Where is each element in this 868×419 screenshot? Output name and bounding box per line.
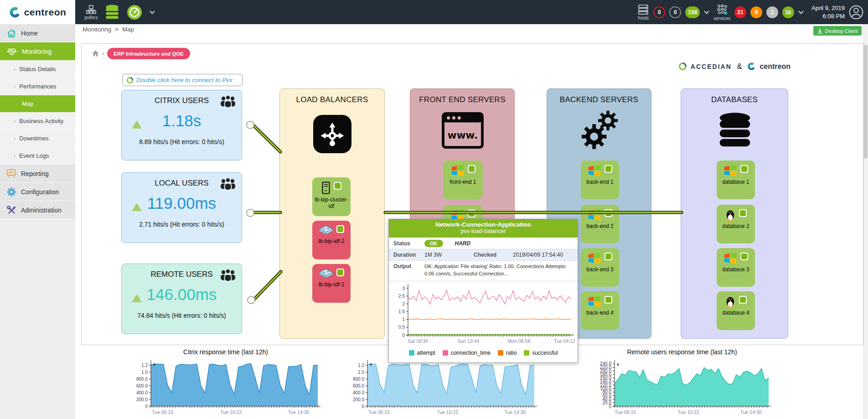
svg-text:240.0: 240.0: [600, 361, 611, 366]
tooltip-metrics-chart: 00.511.522.53Sat 18:30Sun 13:44Mon 08:58…: [393, 281, 575, 349]
services-critical-badge[interactable]: 21: [734, 6, 746, 18]
user-avatar-icon[interactable]: [849, 5, 863, 20]
services-warning-badge[interactable]: 9: [750, 6, 762, 18]
citrix-port[interactable]: [247, 121, 254, 129]
accedian-ring-icon: [126, 77, 134, 84]
node-label: database 1: [721, 179, 750, 186]
svg-text:200.0: 200.0: [353, 397, 364, 402]
scrollbar[interactable]: [863, 24, 868, 419]
trend-up-icon: [132, 294, 142, 302]
sidebar-item-reporting[interactable]: Reporting: [0, 165, 75, 183]
sidebar-item-monitoring[interactable]: Monitoring: [0, 42, 75, 61]
hosts-down-badge[interactable]: 0: [653, 6, 665, 18]
node-lb-bip-cluster-idf[interactable]: lb-bip-cluster-idf: [312, 177, 351, 216]
citrix-response-chart: 0200.0400.0600.0800.01.01.2Tue 06:15Tue …: [129, 359, 322, 419]
services-menu[interactable]: services: [713, 4, 730, 21]
citrix-users-box[interactable]: CITRIX USERS 1.18s 8.89 hits/s (Hit erro…: [121, 90, 242, 160]
svg-text:600.0: 600.0: [136, 383, 148, 388]
database-green-icon[interactable]: [105, 5, 119, 20]
status-ok-square: [739, 296, 747, 304]
column-title: BACKEND SERVERS: [547, 95, 651, 104]
hosts-up-badge[interactable]: 158: [685, 6, 700, 18]
local-port[interactable]: [247, 209, 254, 217]
pollers-label: pollers: [84, 15, 98, 20]
centreon-logo[interactable]: centreon: [0, 0, 75, 24]
centreon-app: centreon pollers: [0, 0, 868, 419]
gauge-green-icon[interactable]: [127, 5, 142, 20]
map-root-badge[interactable]: ERP Infrastructure and QOE: [107, 48, 190, 59]
remote-port[interactable]: [248, 296, 255, 304]
gears-icon: [578, 108, 622, 153]
sidebar-item-administration[interactable]: Administration: [0, 201, 75, 219]
pollers-button[interactable]: pollers: [84, 5, 98, 20]
node-database-4[interactable]: database 4: [717, 291, 755, 330]
sidebar-item-configuration[interactable]: Configuration: [0, 183, 75, 201]
scrollbar-thumb[interactable]: [864, 45, 868, 159]
svg-text:2.5: 2.5: [398, 294, 405, 299]
legend-item-ratio: ratio: [498, 350, 517, 356]
load-balancers-column[interactable]: LOAD BALANCERS: [279, 88, 385, 339]
hosts-chevron-icon[interactable]: [704, 9, 709, 14]
node-back-end-3[interactable]: back-end 3: [581, 248, 619, 287]
node-label: lb-bip-idf-2: [318, 238, 346, 245]
node-database-1[interactable]: database 1: [717, 160, 755, 199]
sidebar-item-business-activity[interactable]: › Business Activity: [0, 113, 75, 130]
node-front-end-1[interactable]: front-end 1: [443, 160, 483, 199]
accedian-logo-text: ACCEDIAN: [691, 63, 732, 70]
sidebar-item-map[interactable]: Map: [0, 95, 75, 113]
status-state-text: HARD: [455, 240, 471, 247]
node-database-2[interactable]: database 2: [717, 205, 755, 243]
svg-text:1.2: 1.2: [358, 363, 364, 368]
breadcrumb-section[interactable]: Monitoring: [83, 26, 111, 33]
sidebar-item-home[interactable]: Home: [0, 24, 75, 42]
hits-text: 8.89 hits/s (Hit errors: 0 hits/s): [122, 138, 242, 145]
breadcrumb-separator: >: [115, 26, 119, 33]
administration-tools-icon: [6, 205, 16, 215]
node-database-3[interactable]: database 3: [717, 248, 755, 287]
svg-text:Tue 14:30: Tue 14:30: [288, 409, 309, 415]
legend-item-attempt: attempt: [409, 350, 435, 356]
status-ok-square: [336, 269, 344, 276]
column-title: LOAD BALANCERS: [280, 95, 384, 104]
legend-item-connection-time: connection_time: [443, 350, 491, 356]
node-back-end-1[interactable]: back-end 1: [581, 160, 619, 199]
legend-item-successful: successful: [524, 350, 558, 356]
svg-text:0.5: 0.5: [398, 325, 405, 330]
map-home-icon[interactable]: [92, 50, 99, 57]
breadcrumb-page[interactable]: Map: [122, 26, 134, 33]
sidebar-item-event-logs[interactable]: › Event Logs: [0, 147, 75, 165]
pvx-connect-note[interactable]: Double click here to connect to Pvx: [122, 74, 243, 86]
windows-icon: [451, 164, 465, 177]
node-back-end-2[interactable]: back-end 2: [581, 205, 619, 243]
databases-column[interactable]: DATABASES database 1: [681, 88, 788, 339]
legend-swatch: [409, 350, 414, 356]
chevron-down-icon[interactable]: [150, 9, 155, 14]
svg-text:Tue 04:12: Tue 04:12: [554, 338, 575, 344]
node-lb-bip-idf-1[interactable]: lb-bip-idf-1: [312, 264, 351, 303]
checked-value: 2019/04/09 17:54:40: [513, 252, 563, 258]
sidebar-item-label: Map: [22, 100, 33, 107]
services-chevron-icon[interactable]: [798, 9, 803, 14]
accedian-logo-icon: [678, 62, 687, 71]
hosts-unreachable-badge[interactable]: 0: [669, 6, 681, 18]
desktop-client-button[interactable]: Desktop Client: [813, 26, 862, 36]
node-lb-bip-idf-2[interactable]: lb-bip-idf-2: [312, 221, 351, 259]
tooltip-status-row: Status OK HARD: [389, 238, 578, 249]
sidebar-item-performances[interactable]: › Performances: [0, 78, 75, 95]
sidebar-item-downtimes[interactable]: › Downtimes: [0, 130, 75, 147]
windows-icon: [723, 164, 737, 177]
services-unknown-badge[interactable]: 1: [766, 6, 778, 18]
sidebar-item-status-details[interactable]: › Status Details: [0, 61, 75, 78]
remote-users-box[interactable]: REMOTE USERS 146.00ms 74.84 hits/s (Hit …: [121, 264, 242, 334]
chevron-right-icon: ›: [14, 152, 16, 159]
hosts-menu[interactable]: hosts: [637, 4, 649, 21]
date-text: April 9, 2019: [811, 4, 845, 12]
svg-text:Tue 06:15: Tue 06:15: [615, 409, 636, 415]
pvx-note-text: Double click here to connect to Pvx: [136, 77, 232, 83]
chevron-right-icon: ›: [14, 66, 16, 72]
citrix-chart-title: Citrix response time (last 12h): [129, 348, 322, 356]
local-users-box[interactable]: LOCAL USERS 119.00ms 2.71 hits/s (Hit er…: [121, 172, 242, 243]
services-ok-badge[interactable]: 1k: [782, 6, 794, 18]
node-back-end-4[interactable]: back-end 4: [581, 291, 619, 330]
tooltip-header: Network-Connection-Application pvx-load-…: [389, 219, 578, 238]
